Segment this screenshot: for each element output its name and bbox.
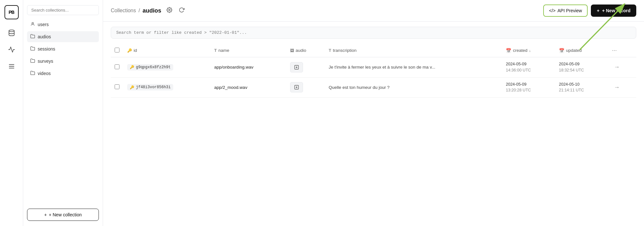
audio-file-icon-1[interactable] [290, 82, 303, 92]
header: Collections / audios </> API Preview [103, 0, 644, 22]
row-checkbox-cell [111, 57, 123, 78]
cell-created-0: 2024-05-09 14:36:00 UTC [502, 57, 555, 78]
audio-file-icon-0[interactable] [290, 62, 303, 72]
cell-audio-1 [286, 77, 325, 98]
cell-arrow-1: → [608, 77, 636, 98]
table-row: 🔑 jf48i3vor856h3i app/2_mood.wav Quelle … [111, 77, 636, 98]
sidebar-item-sessions[interactable]: sessions [27, 43, 99, 54]
sidebar-item-videos[interactable]: videos [27, 68, 99, 79]
plus-icon: + [44, 212, 47, 217]
sidebar-item-audios-label: audios [38, 34, 51, 39]
th-created[interactable]: 📅 created ↓ [502, 44, 555, 57]
image-icon: 🖼 [290, 48, 294, 53]
cell-name-1: app/2_mood.wav [210, 77, 286, 98]
cell-transcription-1: Quelle est ton humeur du jour ? [325, 77, 502, 98]
th-more: ··· [608, 44, 636, 57]
breadcrumb-separator: / [138, 8, 140, 14]
cell-arrow-0: → [608, 57, 636, 78]
sidebar-item-videos-label: videos [38, 71, 51, 76]
row-checkbox-0[interactable] [115, 64, 119, 69]
column-more-button[interactable]: ··· [612, 47, 617, 54]
sidebar-item-sessions-label: sessions [38, 46, 55, 52]
cell-id-0: 🔑 g9qpgx6x8fz2h9t [123, 57, 210, 78]
svg-point-4 [32, 23, 33, 24]
calendar-icon-created: 📅 [506, 48, 511, 53]
records-table: 🔑 id T name 🖼 [111, 44, 636, 98]
logo: PB [5, 5, 19, 19]
th-updated: 📅 updated [555, 44, 608, 57]
cell-updated-1: 2024-05-10 21:14:11 UTC [555, 77, 608, 98]
cell-updated-0: 2024-05-09 18:32:54 UTC [555, 57, 608, 78]
icon-rail: PB [0, 0, 23, 226]
search-bar-wrap [103, 22, 644, 39]
header-icons [165, 6, 186, 16]
sidebar-item-audios[interactable]: audios [27, 31, 99, 42]
cell-name-0: app/onboarding.wav [210, 57, 286, 78]
table-body: 🔑 g9qpgx6x8fz2h9t app/onboarding.wav Je … [111, 57, 636, 98]
new-record-label: + New record [602, 8, 630, 13]
refresh-icon-button[interactable] [177, 6, 186, 16]
settings-icon-button[interactable] [165, 6, 174, 16]
cell-created-1: 2024-05-09 13:20:28 UTC [502, 77, 555, 98]
search-collections-input[interactable] [27, 5, 99, 15]
th-name: T name [210, 44, 286, 57]
folder-icon-sessions [30, 46, 35, 52]
sidebar-item-surveys[interactable]: surveys [27, 56, 99, 67]
breadcrumb-collections: Collections [111, 8, 136, 14]
cell-id-1: 🔑 jf48i3vor856h3i [123, 77, 210, 98]
sidebar-item-surveys-label: surveys [38, 59, 53, 64]
sidebar: users audios sessions surveys videos + +… [23, 0, 103, 226]
row-expand-button-1[interactable]: → [612, 83, 622, 92]
sort-down-icon: ↓ [529, 49, 531, 52]
search-input[interactable] [111, 27, 636, 39]
row-checkbox-1[interactable] [115, 84, 119, 89]
key-icon: 🔑 [127, 48, 132, 53]
new-record-button[interactable]: + + New record [591, 5, 636, 17]
nav-settings[interactable] [5, 59, 19, 73]
calendar-icon-updated: 📅 [559, 48, 564, 53]
plus-icon-new-record: + [597, 8, 599, 13]
cell-audio-0 [286, 57, 325, 78]
breadcrumb: Collections / audios [111, 7, 161, 14]
code-icon: </> [549, 8, 555, 13]
key-badge-icon-0: 🔑 [130, 65, 134, 69]
sidebar-item-users[interactable]: users [27, 19, 99, 30]
api-preview-button[interactable]: </> API Preview [543, 5, 588, 17]
th-id: 🔑 id [123, 44, 210, 57]
folder-icon-surveys [30, 58, 35, 64]
type-t-icon-name: T [214, 48, 217, 53]
svg-point-0 [9, 30, 14, 32]
api-preview-label: API Preview [557, 8, 582, 13]
select-all-checkbox[interactable] [115, 48, 119, 52]
svg-point-5 [168, 9, 170, 11]
table-row: 🔑 g9qpgx6x8fz2h9t app/onboarding.wav Je … [111, 57, 636, 78]
key-badge-icon-1: 🔑 [130, 85, 134, 89]
header-actions: </> API Preview + + New record [543, 5, 636, 17]
nav-database[interactable] [5, 26, 19, 40]
folder-icon-videos [30, 71, 35, 76]
table-wrap: 🔑 id T name 🖼 [103, 44, 644, 226]
th-checkbox [111, 44, 123, 57]
th-audio: 🖼 audio [286, 44, 325, 57]
sidebar-item-users-label: users [38, 22, 49, 27]
row-checkbox-cell [111, 77, 123, 98]
user-icon [30, 22, 35, 27]
id-value-1: jf48i3vor856h3i [136, 85, 171, 89]
type-t-icon-transcription: T [329, 48, 331, 53]
row-expand-button-0[interactable]: → [612, 62, 622, 72]
cell-transcription-0: Je t'invite à fermer les yeux et à suivr… [325, 57, 502, 78]
new-collection-button[interactable]: + + New collection [27, 209, 99, 221]
folder-icon-audios [30, 34, 35, 40]
id-value-0: g9qpgx6x8fz2h9t [136, 65, 171, 70]
new-collection-label: + New collection [49, 212, 81, 217]
main-content: Collections / audios </> API Preview [103, 0, 644, 226]
th-transcription: T transcription [325, 44, 502, 57]
breadcrumb-current: audios [143, 7, 161, 14]
nav-chart[interactable] [5, 42, 19, 57]
